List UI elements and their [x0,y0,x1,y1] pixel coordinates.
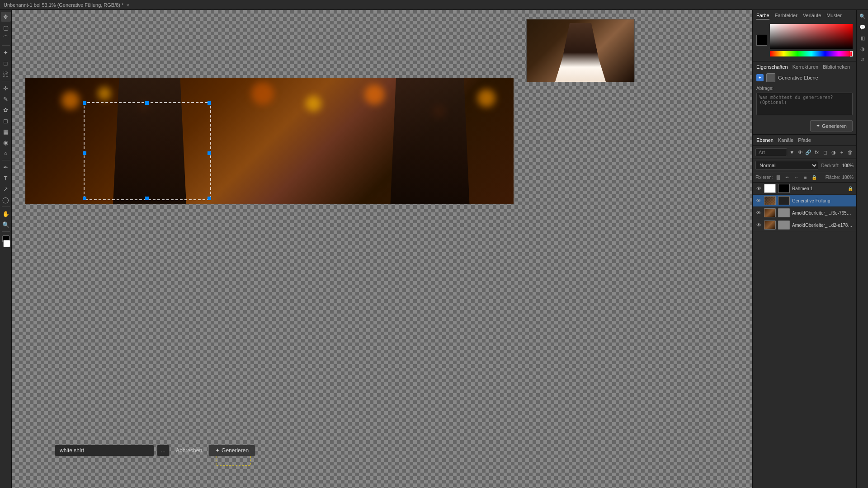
eyedropper-tool[interactable]: ⛆ [1,69,11,79]
eraser-tool[interactable]: ◻ [1,116,11,126]
gradient-saturation [770,24,853,49]
tab-muster[interactable]: Muster [826,13,842,19]
layer-item[interactable]: 👁 Generative Füllung [753,195,856,207]
tab-kanale[interactable]: Kanäle [778,137,793,143]
main-photo [25,78,514,204]
flache-label: Fläche: [826,175,840,180]
generieren-button[interactable]: ✦ Generieren [810,120,853,131]
layer-new-btn[interactable]: + [838,148,845,157]
close-button[interactable]: × [126,2,129,8]
tab-ebenen[interactable]: Ebenen [756,137,774,143]
layers-list: 👁 Rahmen 1 🔒 👁 Generative Füllung [753,183,856,488]
marquee-tool[interactable]: ▢ [1,23,11,33]
gradient-hue-bar[interactable] [770,51,853,56]
gen-layer-icon: ✦ [756,74,764,81]
canvas-area[interactable]: ... Abbrechen ✦ Generieren [12,10,752,488]
layer-name-1: Rahmen 1 [792,186,845,191]
dodge-tool[interactable]: ○ [1,148,11,158]
path-selection-tool[interactable]: ↗ [1,184,11,194]
title-text: Unbenannt-1 bei 53,1% (Generative Füllun… [4,2,123,8]
bokeh-1 [61,91,80,109]
abfrage-label: Abfrage: [756,86,853,91]
main-image-container [25,78,514,204]
hue-cursor[interactable] [850,51,853,56]
generate-dots-button[interactable]: ... [157,445,170,456]
blend-mode-select[interactable]: Normal [755,161,818,170]
gen-layer-label: ✦ Generative Ebene [756,73,853,82]
tool-separator-2 [2,81,10,81]
brush-tool[interactable]: ✎ [1,94,11,104]
layer-fx-btn[interactable]: fx [813,148,820,157]
pen-tool[interactable]: ✒ [1,162,11,172]
layer-mask-4 [778,221,790,230]
layer-mask-3 [778,208,790,217]
left-toolbar: ✥ ▢ ⌒ ✦ □ ⛆ ✛ ✎ ✿ ◻ ▦ ◉ ○ ✒ T ↗ ◯ ✋ 🔍 [0,10,12,488]
type-tool[interactable]: T [1,173,11,183]
fix-transparent-btn[interactable]: ▓ [774,174,782,181]
healing-brush-tool[interactable]: ✛ [1,83,11,93]
fixieren-row: Fixieren: ▓ ✒ ↔ ■ 🔒 Fläche: 100% [753,172,856,183]
title-bar: Unbenannt-1 bei 53,1% (Generative Füllun… [0,0,868,10]
tool-separator-1 [2,45,10,46]
layers-search-input[interactable] [755,148,787,156]
layer-eye-3[interactable]: 👁 [755,210,762,216]
layers-toolbar: ▼ 👁 🔗 fx ◻ ◑ + 🗑 [753,146,856,159]
blur-tool[interactable]: ◉ [1,137,11,147]
fix-position-btn[interactable]: ↔ [793,174,800,181]
generate-button[interactable]: ✦ Generieren [208,445,255,456]
fixieren-label: Fixieren: [755,175,773,180]
generate-input[interactable] [55,445,154,456]
bokeh-6 [364,84,385,105]
background-color[interactable] [3,240,10,247]
layer-item[interactable]: 👁 ArnoldOberleiter_...f3e-76598e030679 [753,207,856,219]
gen-layer-thumb [766,73,775,82]
magic-wand-tool[interactable]: ✦ [1,47,11,57]
tab-verlaufe[interactable]: Verläufe [803,13,821,19]
layers-tabs-row: Ebenen Kanäle Pfade [753,135,856,146]
lasso-tool[interactable]: ⌒ [1,33,11,43]
tab-pfade[interactable]: Pfade [798,137,811,143]
abfrage-input[interactable] [756,93,853,115]
layer-filter-btn[interactable]: ▼ [788,148,795,157]
layer-item[interactable]: 👁 ArnoldOberleiter_...d2-e17873a531ac [753,219,856,231]
fix-lock-btn[interactable]: 🔒 [811,174,818,181]
layer-visibility-btn[interactable]: 👁 [797,148,803,157]
layer-eye-4[interactable]: 👁 [755,222,762,228]
color-gradient-box[interactable] [770,24,853,56]
tab-korrekturen[interactable]: Korrekturen [793,64,818,70]
properties-tabs-row: Eigenschaften Korrekturen Bibliotheken [756,64,853,70]
hand-tool[interactable]: ✋ [1,209,11,219]
layer-adjust-btn[interactable]: ◑ [830,148,837,157]
tab-farbe[interactable]: Farbe [756,13,769,19]
crop-tool[interactable]: □ [1,58,11,68]
right-comment-btn[interactable]: 💬 [858,23,867,32]
right-history-btn[interactable]: ↺ [858,55,867,64]
bokeh-4 [251,82,274,105]
right-adjust-btn[interactable]: ◑ [858,44,867,53]
layer-trash-btn[interactable]: 🗑 [847,148,854,157]
layer-link-btn[interactable]: 🔗 [805,148,812,157]
layer-eye-2[interactable]: 👁 [755,197,762,204]
tab-eigenschaften[interactable]: Eigenschaften [756,64,788,70]
shape-tool[interactable]: ◯ [1,195,11,205]
tab-bibliotheken[interactable]: Bibliotheken [823,64,850,70]
layer-thumb-1 [764,184,776,193]
layer-item[interactable]: 👁 Rahmen 1 🔒 [753,183,856,195]
fix-image-btn[interactable]: ✒ [783,174,791,181]
zoom-tool[interactable]: 🔍 [1,220,11,230]
generate-cancel-button[interactable]: Abbrechen [172,445,206,456]
right-search-btn[interactable]: 🔍 [858,12,867,21]
gen-layer-name: Generative Ebene [778,75,818,80]
right-layer-btn[interactable]: ◧ [858,33,867,42]
fix-artboard-btn[interactable]: ■ [802,174,809,181]
layer-mask-btn[interactable]: ◻ [822,148,829,157]
color-swatch-black[interactable] [756,35,767,46]
move-tool[interactable]: ✥ [1,12,11,22]
bokeh-5 [306,96,321,112]
color-tabs-row: Farbe Farbfelder Verläufe Muster [756,13,853,19]
tab-farbfelder[interactable]: Farbfelder [775,13,797,19]
layer-eye-1[interactable]: 👁 [755,185,762,192]
gradient-tool[interactable]: ▦ [1,127,11,136]
tool-separator-4 [2,206,10,207]
clone-stamp-tool[interactable]: ✿ [1,105,11,115]
